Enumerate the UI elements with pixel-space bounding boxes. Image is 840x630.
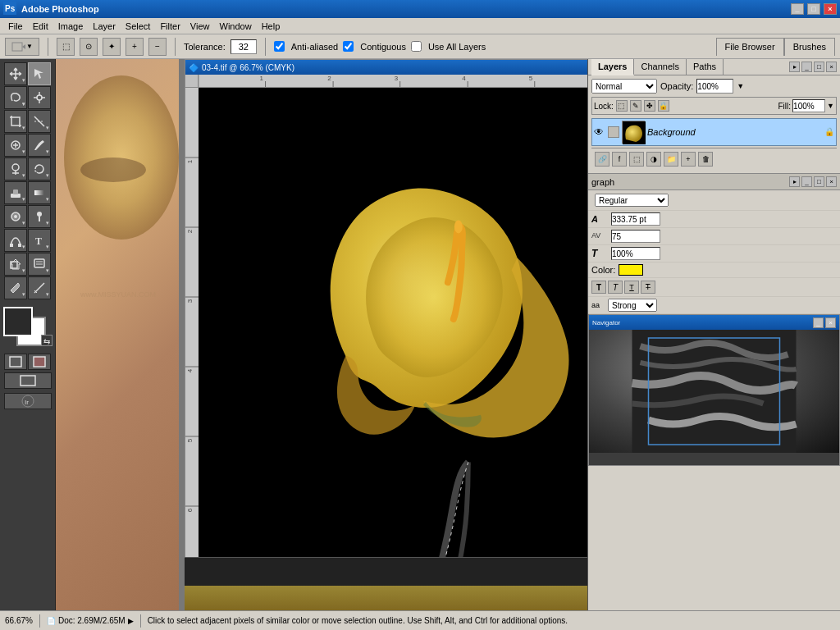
lock-position-btn[interactable]: ✤ (644, 100, 655, 112)
italic-btn[interactable]: T (608, 281, 623, 294)
path-tool[interactable]: ▾ (4, 229, 27, 252)
swap-colors-btn[interactable]: ⇆ (41, 335, 52, 346)
standard-mode-btn[interactable] (4, 354, 27, 370)
selection-tool[interactable] (28, 62, 51, 85)
slice-tool[interactable]: ▾ (28, 110, 51, 133)
opacity-arrow[interactable]: ▼ (737, 82, 744, 90)
tolerance-input[interactable] (231, 39, 257, 54)
doc-size-indicator[interactable]: 📄 Doc: 2.69M/2.65M ▶ (47, 616, 134, 625)
fill-input[interactable] (792, 99, 825, 112)
aa-select[interactable]: Strong (608, 299, 657, 312)
clone-tool[interactable]: ▾ (4, 158, 27, 180)
subtract-sel-btn[interactable]: − (148, 38, 167, 56)
minimize-btn[interactable]: _ (791, 3, 804, 15)
doc-icon: 📄 (47, 617, 56, 625)
char-min-btn[interactable]: _ (801, 176, 812, 187)
layer-fx-btn[interactable]: f (612, 152, 627, 167)
menu-layer[interactable]: Layer (88, 20, 121, 33)
quickmask-btn[interactable] (28, 354, 51, 370)
marquee-btn[interactable]: ⬚ (57, 38, 75, 56)
heal-tool[interactable]: ▾ (4, 134, 27, 157)
screen-mode-btn[interactable] (4, 372, 52, 389)
jump-to-imageready-btn[interactable]: Ir (4, 393, 52, 409)
lock-image-btn[interactable]: ✎ (630, 100, 641, 112)
anti-aliased-checkbox[interactable] (274, 41, 285, 52)
char-arrow-btn[interactable]: ▸ (789, 176, 800, 187)
use-all-layers-checkbox[interactable] (411, 41, 422, 52)
foreground-color-swatch[interactable] (3, 307, 33, 336)
text-color-swatch[interactable] (619, 264, 643, 276)
history-tool[interactable]: ▾ (28, 158, 51, 180)
svg-point-8 (37, 95, 42, 100)
measure-tool[interactable]: ▾ (28, 276, 51, 299)
layers-arrow-btn[interactable]: ▸ (789, 62, 800, 72)
leading-input[interactable] (611, 230, 660, 243)
tool-row-3: ▾ ▾ (4, 110, 51, 133)
bold-btn[interactable]: T (591, 281, 606, 294)
layer-adj-btn[interactable]: ◑ (646, 152, 661, 167)
channels-tab[interactable]: Channels (634, 59, 686, 75)
eraser-tool[interactable]: ▾ (4, 181, 27, 204)
char-max-btn[interactable]: □ (814, 176, 824, 187)
brushes-btn[interactable]: Brushes (784, 38, 835, 56)
strikethrough-btn[interactable]: T̶ (641, 281, 655, 294)
close-btn[interactable]: × (824, 3, 837, 15)
menu-window[interactable]: Window (215, 20, 257, 33)
navigator-thumbnail[interactable] (589, 330, 839, 453)
layer-link-btn[interactable] (608, 126, 619, 138)
layers-tab[interactable]: Layers (591, 59, 634, 75)
delete-layer-btn[interactable]: 🗑 (698, 152, 713, 167)
background-layer-item[interactable]: 👁 (591, 118, 837, 146)
opacity-input[interactable] (696, 79, 733, 94)
move-tool[interactable]: ▾ (4, 62, 27, 85)
file-browser-btn[interactable]: File Browser (716, 38, 784, 56)
paths-tab[interactable]: Paths (687, 59, 724, 75)
font-style-select[interactable]: Regular (595, 194, 669, 207)
tool-preset-btn[interactable]: ▼ (5, 38, 39, 56)
menu-file[interactable]: File (3, 20, 28, 33)
scale-input[interactable] (611, 247, 660, 260)
gradient-tool[interactable]: ▾ (28, 181, 51, 204)
nav-close-btn[interactable]: × (825, 317, 836, 328)
menu-edit[interactable]: Edit (28, 20, 53, 33)
nav-min-btn[interactable]: _ (813, 317, 824, 328)
magic-wand-tool[interactable] (28, 86, 51, 109)
layers-min-btn[interactable]: _ (801, 62, 812, 72)
menu-filter[interactable]: Filter (155, 20, 185, 33)
crop-tool[interactable]: ▾ (4, 110, 27, 133)
magic-wand-btn[interactable]: ✦ (103, 38, 121, 56)
layer-visibility-btn[interactable]: 👁 (594, 126, 605, 138)
shape-tool[interactable]: ▾ (4, 253, 27, 276)
menu-image[interactable]: Image (53, 20, 89, 33)
layers-max-btn[interactable]: □ (814, 62, 824, 72)
canvas[interactable] (199, 88, 587, 583)
layer-folder-btn[interactable]: 📁 (664, 152, 678, 167)
lasso-btn[interactable]: ⊙ (80, 38, 98, 56)
type-tool[interactable]: T ▾ (28, 229, 51, 252)
brush-tool[interactable]: ▾ (28, 134, 51, 157)
layer-mask-btn[interactable]: ⬚ (629, 152, 644, 167)
contiguous-checkbox[interactable] (343, 41, 354, 52)
fill-arrow[interactable]: ▼ (827, 102, 834, 110)
doc-arrow[interactable]: ▶ (128, 617, 134, 625)
dodge-tool[interactable]: ▾ (28, 205, 51, 228)
menu-view[interactable]: View (185, 20, 215, 33)
layers-close-btn[interactable]: × (826, 62, 837, 72)
layer-link-icon-btn[interactable]: 🔗 (595, 152, 609, 167)
eyedropper-tool[interactable]: ▾ (4, 276, 27, 299)
blend-mode-select[interactable]: Normal (591, 79, 657, 94)
menu-help[interactable]: Help (257, 20, 285, 33)
char-close-btn[interactable]: × (826, 176, 837, 187)
lock-all-btn[interactable]: 🔒 (658, 100, 669, 112)
lock-transparent-btn[interactable]: ⬚ (616, 100, 628, 112)
separator-2 (175, 38, 176, 56)
notes-tool[interactable]: ▾ (28, 253, 51, 276)
font-size-input[interactable] (611, 212, 660, 226)
maximize-btn[interactable]: □ (807, 3, 820, 15)
blur-tool[interactable]: ▾ (4, 205, 27, 228)
add-to-sel-btn[interactable]: + (126, 38, 144, 56)
menu-select[interactable]: Select (121, 20, 156, 33)
new-layer-btn[interactable]: + (681, 152, 696, 167)
underline-btn[interactable]: T (624, 281, 639, 294)
lasso-tool[interactable]: ▾ ▾ (4, 86, 27, 109)
